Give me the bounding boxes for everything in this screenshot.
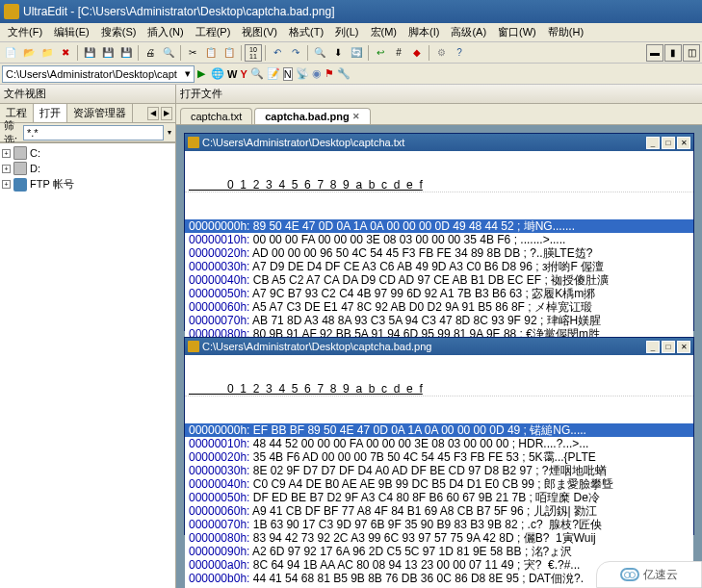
menu-macro[interactable]: 宏(M) — [365, 23, 403, 41]
separator — [368, 45, 369, 61]
copy-icon[interactable]: 📋 — [202, 44, 220, 62]
hex-row[interactable]: 00000060h: A5 A7 C3 DE E1 47 8C 92 AB D0… — [185, 300, 693, 314]
menu-window[interactable]: 窗口(W) — [492, 23, 542, 41]
maximize-icon[interactable]: □ — [662, 341, 675, 353]
wiki-icon[interactable]: W — [227, 68, 237, 80]
address-input[interactable]: C:\Users\Administrator\Desktop\capt▾ — [2, 65, 195, 83]
new-icon[interactable]: 📄 — [2, 44, 19, 62]
menu-column[interactable]: 列(L) — [329, 23, 364, 41]
menu-insert[interactable]: 插入(N) — [142, 23, 189, 41]
tree-item-c[interactable]: + C: — [2, 145, 173, 161]
find-icon[interactable]: 🔍 — [311, 44, 328, 62]
window-title: UltraEdit - [C:\Users\Administrator\Desk… — [23, 5, 698, 18]
filter-input[interactable] — [23, 125, 164, 141]
doc-tab-captcha-bad-png[interactable]: captcha.bad.png ✕ — [254, 108, 370, 124]
watermark-icon — [620, 568, 639, 581]
hex-row[interactable]: 00000010h: 48 44 52 00 00 00 FA 00 00 00… — [185, 437, 693, 450]
saveall-icon[interactable]: 💾 — [117, 44, 135, 62]
tile-h-icon[interactable]: ▬ — [646, 44, 663, 62]
hex-row[interactable]: 00000000h: EF BB BF 89 50 4E 47 0D 0A 1A… — [185, 423, 693, 437]
menu-search[interactable]: 搜索(S) — [95, 23, 143, 41]
menu-edit[interactable]: 编辑(E) — [48, 23, 95, 41]
tree-label: C: — [30, 147, 40, 159]
expand-icon[interactable]: + — [2, 149, 11, 158]
hex-row[interactable]: 00000020h: AD 00 00 00 96 50 4C 54 45 F3… — [185, 246, 693, 260]
linenum-icon[interactable]: # — [390, 44, 407, 62]
cascade-icon[interactable]: ◫ — [683, 44, 700, 62]
hex-icon[interactable]: 1011 — [245, 44, 262, 62]
minimize-icon[interactable]: _ — [646, 341, 660, 353]
redo-icon[interactable]: ↷ — [287, 44, 304, 62]
child-titlebar[interactable]: C:\Users\Administrator\Desktop\captcha.b… — [185, 338, 693, 355]
menu-advanced[interactable]: 高级(A) — [445, 23, 492, 41]
cut-icon[interactable]: ✂ — [184, 44, 201, 62]
hex-row[interactable]: 00000040h: CB A5 C2 A7 CA DA D9 CD AD 97… — [185, 273, 693, 287]
expand-icon[interactable]: + — [2, 165, 11, 173]
hex-row[interactable]: 00000030h: 8E 02 9F D7 D7 DF D4 A0 AD DF… — [185, 464, 693, 477]
sidebar-tab-open[interactable]: 打开 — [34, 104, 67, 122]
tree-item-d[interactable]: + D: — [2, 161, 173, 176]
hex-row[interactable]: 00000080h: 83 94 42 73 92 2C A3 99 6C 93… — [185, 531, 693, 545]
ww-icon[interactable]: ↩ — [372, 44, 389, 62]
menu-help[interactable]: 帮助(H) — [542, 23, 589, 41]
google-icon[interactable]: 🔍 — [250, 67, 264, 80]
config-icon[interactable]: ⚙ — [432, 44, 450, 62]
findnext-icon[interactable]: ⬇ — [329, 44, 347, 62]
child-titlebar[interactable]: C:\Users\Administrator\Desktop\captcha.t… — [185, 134, 693, 151]
hex-row[interactable]: 00000070h: AB 71 8D A3 48 8A 93 C3 5A 94… — [185, 314, 693, 327]
menu-format[interactable]: 格式(T) — [283, 23, 329, 41]
open-icon[interactable]: 📂 — [20, 44, 38, 62]
marker-icon[interactable]: ◆ — [408, 44, 426, 62]
doc-tab-captcha-txt[interactable]: captcha.txt — [180, 108, 252, 124]
close-file-icon[interactable]: ✖ — [57, 44, 74, 62]
sidebar-tab-explorer[interactable]: 资源管理器 — [67, 104, 133, 122]
sidebar-scroll-right-icon[interactable]: ▶ — [161, 107, 172, 120]
hex-row[interactable]: 00000060h: A9 41 CB DF BF 77 A8 4F 84 B1… — [185, 504, 693, 518]
php-icon[interactable]: ◉ — [312, 67, 322, 80]
browser-icon[interactable]: 🌐 — [211, 67, 224, 80]
yahoo-icon[interactable]: Y — [240, 68, 247, 80]
close-icon[interactable]: ✕ — [677, 341, 690, 353]
replace-icon[interactable]: 🔄 — [348, 44, 365, 62]
n-icon[interactable]: N — [283, 67, 293, 81]
filter-dropdown-icon[interactable]: ▾ — [168, 128, 171, 137]
menu-project[interactable]: 工程(P) — [190, 23, 237, 41]
watermark: 亿速云 — [596, 561, 702, 588]
drive-tree: + C: + D: + FTP 帐号 — [0, 142, 175, 588]
paste-icon[interactable]: 📋 — [221, 44, 238, 62]
maximize-icon[interactable]: □ — [662, 137, 675, 149]
expand-icon[interactable]: + — [2, 180, 11, 189]
flag-icon[interactable]: ⚑ — [325, 67, 334, 80]
hex-view-2[interactable]: 0 1 2 3 4 5 6 7 8 9 a b c d e f 00000000… — [185, 355, 693, 588]
hex-row[interactable]: 00000050h: A7 9C B7 93 C2 C4 4B 97 99 6D… — [185, 287, 693, 300]
menu-script[interactable]: 脚本(I) — [403, 23, 445, 41]
hex-row[interactable]: 00000020h: 35 4B F6 AD 00 00 00 7B 50 4C… — [185, 450, 693, 464]
go-icon[interactable]: ▶ — [197, 67, 205, 80]
hex-row[interactable]: 00000050h: DF ED BE B7 D2 9F A3 C4 80 8F… — [185, 491, 693, 504]
menu-file[interactable]: 文件(F) — [2, 23, 48, 41]
favorite-icon[interactable]: 📁 — [39, 44, 56, 62]
separator — [77, 45, 78, 61]
rss-icon[interactable]: 📡 — [296, 67, 309, 80]
help-icon[interactable]: ? — [451, 44, 468, 62]
menu-view[interactable]: 视图(V) — [236, 23, 283, 41]
undo-icon[interactable]: ↶ — [269, 44, 286, 62]
tile-v-icon[interactable]: ▮ — [664, 44, 682, 62]
print-icon[interactable]: 🖨 — [142, 44, 159, 62]
save-icon[interactable]: 💾 — [81, 44, 98, 62]
tree-item-ftp[interactable]: + FTP 帐号 — [2, 176, 173, 192]
close-tab-icon[interactable]: ✕ — [352, 112, 360, 121]
hex-row[interactable]: 00000000h: 89 50 4E 47 0D 0A 1A 0A 00 00… — [185, 219, 693, 233]
hex-row[interactable]: 00000010h: 00 00 00 FA 00 00 00 3E 08 03… — [185, 233, 693, 246]
minimize-icon[interactable]: _ — [646, 137, 660, 149]
preview-icon[interactable]: 🔍 — [160, 44, 177, 62]
sidebar-scroll-left-icon[interactable]: ◀ — [147, 107, 159, 120]
hex-row[interactable]: 00000070h: 1B 63 90 17 C3 9D 97 6B 9F 35… — [185, 518, 693, 531]
hex-row[interactable]: 00000040h: C0 C9 A4 DE B0 AE AE 9B 99 DC… — [185, 477, 693, 491]
close-icon[interactable]: ✕ — [677, 137, 690, 149]
tool-icon[interactable]: 🔧 — [337, 67, 351, 80]
note-icon[interactable]: 📝 — [267, 67, 280, 80]
hex-row[interactable]: 00000030h: A7 D9 DE D4 DF CE A3 C6 AB 49… — [185, 260, 693, 273]
saveas-icon[interactable]: 💾 — [99, 44, 117, 62]
hex-row[interactable]: 00000090h: A2 6D 97 92 17 6A 96 2D C5 5C… — [185, 545, 693, 558]
